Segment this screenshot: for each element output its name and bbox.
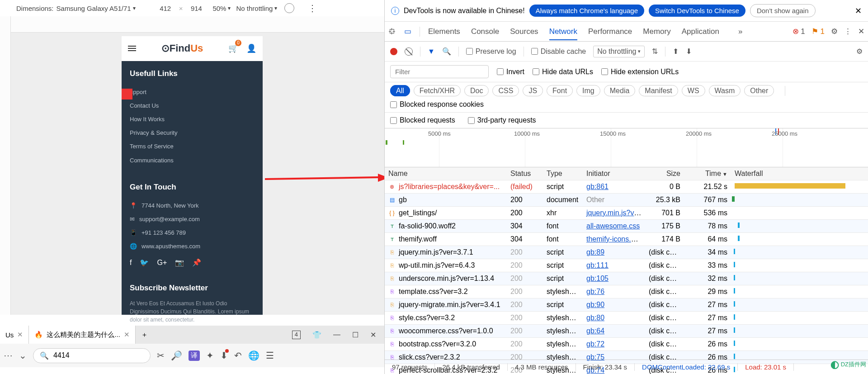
close-window-icon[interactable]: ✕	[370, 331, 376, 339]
clear-icon[interactable]	[405, 47, 413, 56]
filter-icon[interactable]: ▼	[428, 47, 435, 56]
footer-link[interactable]: Privacy & Security	[130, 126, 255, 140]
panel-tab-performance[interactable]: Performance	[588, 27, 632, 36]
panel-tab-sources[interactable]: Sources	[510, 27, 538, 36]
user-icon[interactable]: 👤	[246, 43, 256, 54]
request-row[interactable]: ᴛfa-solid-900.woff2304fontall-awesome.cs…	[385, 220, 868, 233]
close-icon[interactable]: ✕	[855, 6, 862, 16]
scissors-icon[interactable]: ✂	[157, 350, 165, 361]
request-row[interactable]: ⎘template.css?ver=3.2200stylesheetgb:76(…	[385, 285, 868, 298]
social-icon[interactable]: G+	[157, 258, 167, 268]
request-row[interactable]: ▤gb200documentOther25.3 kB767 ms	[385, 194, 868, 207]
social-icon[interactable]: 🐦	[140, 258, 149, 268]
timeline-overview[interactable]: 5000 ms10000 ms15000 ms20000 ms25000 ms	[385, 128, 868, 167]
blocked-cookies-checkbox[interactable]: Blocked response cookies	[390, 100, 484, 109]
type-chip-all[interactable]: All	[390, 85, 410, 96]
social-icon[interactable]: 📌	[192, 258, 201, 268]
filter-input[interactable]	[390, 65, 489, 78]
third-party-checkbox[interactable]: 3rd-party requests	[468, 116, 536, 124]
panel-tab-network[interactable]: Network	[549, 27, 577, 40]
type-chip-doc[interactable]: Doc	[464, 85, 489, 96]
browser-tab[interactable]: Us✕	[0, 326, 29, 344]
dont-show-button[interactable]: Don't show again	[750, 4, 816, 17]
preserve-log-checkbox[interactable]: Preserve log	[466, 47, 516, 56]
type-chip-fetch/xhr[interactable]: Fetch/XHR	[414, 85, 461, 96]
address-bar[interactable]: 🔍 4414	[33, 348, 151, 363]
chevron-down-icon[interactable]: ⌄	[19, 350, 27, 361]
kebab-icon[interactable]: ⋮	[844, 27, 852, 36]
close-tab-icon[interactable]: ✕	[124, 331, 130, 339]
translate-icon[interactable]: 译	[189, 350, 200, 361]
minimize-icon[interactable]: —	[333, 331, 340, 339]
disable-cache-checkbox[interactable]: Disable cache	[531, 47, 586, 56]
close-devtools-icon[interactable]: ✕	[858, 27, 864, 36]
panel-tab-memory[interactable]: Memory	[643, 27, 670, 36]
red-tag-icon[interactable]	[122, 89, 132, 99]
throttle-dropdown[interactable]: No throttling	[233, 5, 280, 12]
download-icon[interactable]: ⬇	[220, 350, 228, 361]
table-header[interactable]: NameStatusType InitiatorSizeTimeWaterfal…	[385, 167, 868, 180]
device-mode-icon[interactable]: ▭	[404, 27, 411, 36]
maximize-icon[interactable]: ☐	[352, 331, 359, 339]
device-width[interactable]: 412	[152, 5, 179, 12]
request-row[interactable]: { }get_listings/200xhrjquery.min.js?ver.…	[385, 207, 868, 220]
request-row[interactable]: ⎘style.css?ver=3.2200stylesheetgb:80(dis…	[385, 312, 868, 325]
footer-link[interactable]: Contact Us	[130, 99, 255, 113]
throttling-dropdown[interactable]: No throttling	[593, 46, 645, 57]
download-icon[interactable]: ⬇	[686, 47, 692, 56]
device-dropdown[interactable]: Samsung Galaxy A51/71	[54, 5, 138, 12]
request-row[interactable]: ⎘underscore.min.js?ver=1.13.4200scriptgb…	[385, 272, 868, 285]
type-chip-img[interactable]: Img	[576, 85, 600, 96]
device-height[interactable]: 914	[183, 5, 210, 12]
warning-count[interactable]: 1	[811, 27, 825, 36]
hide-data-urls-checkbox[interactable]: Hide data URLs	[533, 68, 593, 76]
request-row[interactable]: ⎘jquery-migrate.min.js?ver=3.4.1200scrip…	[385, 298, 868, 312]
panel-tab-elements[interactable]: Elements	[428, 27, 460, 36]
switch-chinese-button[interactable]: Switch DevTools to Chinese	[649, 5, 745, 17]
close-tab-icon[interactable]: ✕	[17, 331, 23, 339]
social-icon[interactable]: 📷	[175, 258, 184, 268]
new-tab-button[interactable]: ＋	[136, 326, 153, 344]
hamburger-icon[interactable]	[128, 44, 136, 52]
hide-ext-urls-checkbox[interactable]: Hide extension URLs	[601, 68, 679, 76]
search-blue-icon[interactable]: 🔎	[171, 350, 182, 361]
more-tabs-icon[interactable]: »	[738, 27, 742, 36]
zoom-dropdown[interactable]: 50%	[210, 5, 233, 12]
globe-icon[interactable]: 🌐	[248, 350, 259, 361]
rotate-icon[interactable]	[284, 3, 294, 13]
wifi-icon[interactable]: ⇅	[652, 47, 658, 56]
type-chip-ws[interactable]: WS	[682, 85, 705, 96]
menu-icon[interactable]: ☰	[266, 350, 274, 361]
request-row[interactable]: ⊗js?libraries=places&key&ver=...(failed)…	[385, 180, 868, 194]
more-icon[interactable]: ⋮	[308, 3, 317, 14]
settings-icon[interactable]: ⚙	[831, 27, 838, 36]
request-row[interactable]: ⎘wp-util.min.js?ver=6.4.3200scriptgb:111…	[385, 259, 868, 272]
undo-icon[interactable]: ↶	[234, 350, 242, 361]
inspect-icon[interactable]: ⯐	[388, 27, 396, 36]
always-match-button[interactable]: Always match Chrome's language	[529, 5, 644, 17]
panel-tab-application[interactable]: Application	[682, 27, 719, 36]
type-chip-js[interactable]: JS	[523, 85, 543, 96]
record-icon[interactable]	[390, 48, 397, 55]
extension-icon[interactable]: 👕	[312, 331, 321, 339]
type-chip-css[interactable]: CSS	[492, 85, 519, 96]
cart-icon[interactable]: 🛒0	[228, 43, 238, 54]
invert-checkbox[interactable]: Invert	[497, 68, 524, 76]
panel-tab-console[interactable]: Console	[471, 27, 499, 36]
type-chip-media[interactable]: Media	[604, 85, 636, 96]
tab-count[interactable]: 4	[292, 331, 301, 339]
puzzle-icon[interactable]: ✦	[206, 350, 214, 361]
footer-link[interactable]: upport	[130, 85, 255, 99]
type-chip-wasm[interactable]: Wasm	[709, 85, 741, 96]
upload-icon[interactable]: ⬆	[673, 47, 679, 56]
footer-link[interactable]: Communications	[130, 154, 255, 167]
request-row[interactable]: ᴛthemify.woff304fontthemify-icons.css174…	[385, 233, 868, 246]
blocked-requests-checkbox[interactable]: Blocked requests	[390, 116, 455, 124]
logo[interactable]: ⊙FindUs	[161, 42, 203, 56]
request-row[interactable]: ⎘jquery.min.js?ver=3.7.1200scriptgb:89(d…	[385, 246, 868, 259]
footer-link[interactable]: Terms of Service	[130, 140, 255, 153]
social-icon[interactable]: f	[130, 258, 132, 268]
browser-tab[interactable]: 🔥这么精美的主题为什么...✕	[29, 326, 136, 344]
request-row[interactable]: ⎘bootstrap.css?ver=3.2.0200stylesheetgb:…	[385, 338, 868, 351]
more-h-icon[interactable]: ⋯	[4, 350, 13, 361]
